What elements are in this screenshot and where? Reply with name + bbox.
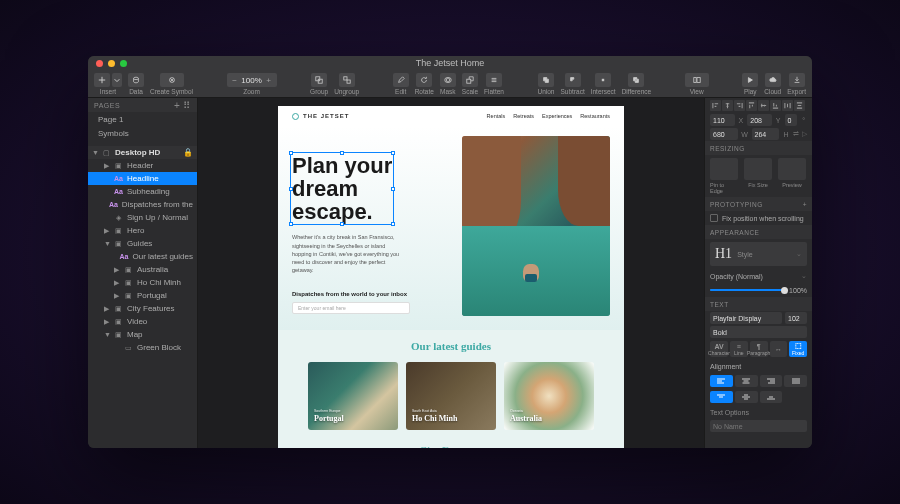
add-page-icon[interactable]: + ⠿ bbox=[174, 100, 191, 111]
chevron-down-icon[interactable]: ⌄ bbox=[801, 272, 807, 280]
distribute-h-icon[interactable] bbox=[782, 100, 793, 111]
svg-rect-5 bbox=[347, 80, 350, 83]
y-input[interactable]: 208 bbox=[747, 114, 772, 126]
valign-middle[interactable] bbox=[735, 391, 758, 403]
layer-type-icon: ▣ bbox=[124, 291, 133, 300]
page-row[interactable]: Page 1 bbox=[88, 112, 197, 126]
align-text-right[interactable] bbox=[760, 375, 783, 387]
layer-type-icon: ▣ bbox=[114, 330, 123, 339]
lock-aspect-icon[interactable]: ⇌ bbox=[793, 130, 799, 138]
align-text-center[interactable] bbox=[735, 375, 758, 387]
tb-rotate[interactable]: Rotate bbox=[415, 73, 434, 95]
tb-create-symbol[interactable]: Create Symbol bbox=[150, 73, 193, 95]
tb-flatten[interactable]: Flatten bbox=[484, 73, 504, 95]
tb-subtract[interactable]: Subtract bbox=[560, 73, 584, 95]
line-height[interactable]: ≡Line bbox=[730, 341, 748, 357]
tb-union[interactable]: Union bbox=[538, 73, 555, 95]
layer-row[interactable]: ▶▣Portugal bbox=[88, 289, 197, 302]
tb-insert[interactable]: Insert bbox=[94, 73, 122, 95]
svg-rect-11 bbox=[697, 78, 700, 83]
text-option-select[interactable]: No Name bbox=[710, 420, 807, 432]
layer-row[interactable]: ▼▣Map bbox=[88, 328, 197, 341]
align-hcenter-icon[interactable] bbox=[722, 100, 733, 111]
svg-rect-8 bbox=[467, 79, 471, 83]
align-text-justify[interactable] bbox=[784, 375, 807, 387]
layer-row[interactable]: ▶▣Header bbox=[88, 159, 197, 172]
layer-row[interactable]: ▶▣Australia bbox=[88, 263, 197, 276]
tb-zoom[interactable]: − 100% +Zoom bbox=[227, 73, 277, 95]
chevron-down-icon[interactable]: ⌄ bbox=[796, 250, 802, 258]
lock-icon[interactable]: 🔒 bbox=[183, 148, 193, 157]
fontsize-input[interactable]: 102 bbox=[785, 312, 807, 324]
tb-view[interactable]: View bbox=[685, 73, 709, 95]
align-text-left[interactable] bbox=[710, 375, 733, 387]
text-style-preview[interactable]: H1Style⌄ bbox=[710, 242, 807, 266]
canvas[interactable]: THE JETSET Rentals Retreats Experiences … bbox=[198, 98, 704, 448]
tb-difference[interactable]: Difference bbox=[622, 73, 652, 95]
align-top-icon[interactable] bbox=[746, 100, 757, 111]
x-input[interactable]: 110 bbox=[710, 114, 735, 126]
layer-row[interactable]: AaOur latest guides bbox=[88, 250, 197, 263]
fix-size[interactable]: Fix Size bbox=[744, 158, 772, 194]
resizing-header: Resizing bbox=[705, 141, 812, 155]
layer-type-icon: ▣ bbox=[114, 226, 123, 235]
auto-width[interactable]: ↔ bbox=[770, 341, 788, 357]
headline-text[interactable]: Plan your dream escape. bbox=[292, 154, 392, 223]
layer-row[interactable]: AaSubheading bbox=[88, 185, 197, 198]
tb-edit[interactable]: Edit bbox=[393, 73, 409, 95]
distribute-v-icon[interactable] bbox=[794, 100, 805, 111]
flip-h-icon[interactable]: ▷ bbox=[802, 130, 807, 138]
weight-select[interactable]: Bold bbox=[710, 326, 807, 338]
city-features-title: City Features bbox=[292, 444, 610, 448]
align-vcenter-icon[interactable] bbox=[758, 100, 769, 111]
guide-card: Southern EuropePortugal bbox=[308, 362, 398, 430]
layer-row[interactable]: ▶▣Video bbox=[88, 315, 197, 328]
tb-mask[interactable]: Mask bbox=[440, 73, 456, 95]
layer-row[interactable]: ◈Sign Up / Normal bbox=[88, 211, 197, 224]
valign-bottom[interactable] bbox=[760, 391, 783, 403]
height-input[interactable]: 264 bbox=[752, 128, 780, 140]
tb-data[interactable]: Data bbox=[128, 73, 144, 95]
layer-artboard[interactable]: ▼▢Desktop HD 🔒 bbox=[88, 146, 197, 159]
layer-type-icon: ▣ bbox=[124, 278, 133, 287]
nav-item: Experiences bbox=[542, 113, 572, 119]
window-title: The Jetset Home bbox=[88, 58, 812, 68]
svg-rect-9 bbox=[602, 79, 604, 81]
layer-row[interactable]: AaHeadline bbox=[88, 172, 197, 185]
width-input[interactable]: 680 bbox=[710, 128, 738, 140]
page-row[interactable]: Symbols bbox=[88, 126, 197, 140]
layer-row[interactable]: ▶▣City Features bbox=[88, 302, 197, 315]
paragraph-spacing[interactable]: ¶Paragraph bbox=[750, 341, 768, 357]
tb-scale[interactable]: Scale bbox=[462, 73, 478, 95]
layer-row[interactable]: ▶▣Ho Chi Minh bbox=[88, 276, 197, 289]
layer-row[interactable]: ▼▣Guides bbox=[88, 237, 197, 250]
titlebar[interactable]: The Jetset Home bbox=[88, 56, 812, 70]
tb-export[interactable]: Export bbox=[787, 73, 806, 95]
tb-intersect[interactable]: Intersect bbox=[591, 73, 616, 95]
opacity-slider[interactable]: 100% bbox=[705, 283, 812, 297]
layer-row[interactable]: ▭Green Block bbox=[88, 341, 197, 354]
resize-preview[interactable]: Preview bbox=[778, 158, 806, 194]
layer-type-icon: ▣ bbox=[124, 265, 133, 274]
artboard-desktop-hd[interactable]: THE JETSET Rentals Retreats Experiences … bbox=[278, 106, 624, 448]
site-header: THE JETSET Rentals Retreats Experiences … bbox=[278, 106, 624, 126]
layer-row[interactable]: ▶▣Hero bbox=[88, 224, 197, 237]
rotation-input[interactable]: 0 bbox=[785, 114, 798, 126]
align-bottom-icon[interactable] bbox=[770, 100, 781, 111]
fixed-size[interactable]: ⬚Fixed bbox=[789, 341, 807, 357]
tb-play[interactable]: Play bbox=[742, 73, 758, 95]
character-spacing[interactable]: AVCharacter bbox=[710, 341, 728, 357]
tb-cloud[interactable]: Cloud bbox=[764, 73, 781, 95]
fix-scroll-checkbox[interactable]: Fix position when scrolling bbox=[705, 211, 812, 225]
add-icon[interactable]: + bbox=[803, 201, 807, 208]
align-left-icon[interactable] bbox=[710, 100, 721, 111]
valign-top[interactable] bbox=[710, 391, 733, 403]
tb-group[interactable]: Group bbox=[310, 73, 328, 95]
layer-row[interactable]: AaDispatches from the bbox=[88, 198, 197, 211]
tb-ungroup[interactable]: Ungroup bbox=[334, 73, 359, 95]
pin-to-edge[interactable]: Pin to Edge bbox=[710, 158, 738, 194]
app-window: The Jetset Home Insert Data Create Symbo… bbox=[88, 56, 812, 448]
font-select[interactable]: Playfair Display bbox=[710, 312, 782, 324]
align-right-icon[interactable] bbox=[734, 100, 745, 111]
subheading-text: Whether it's a city break in San Fransis… bbox=[292, 233, 402, 274]
